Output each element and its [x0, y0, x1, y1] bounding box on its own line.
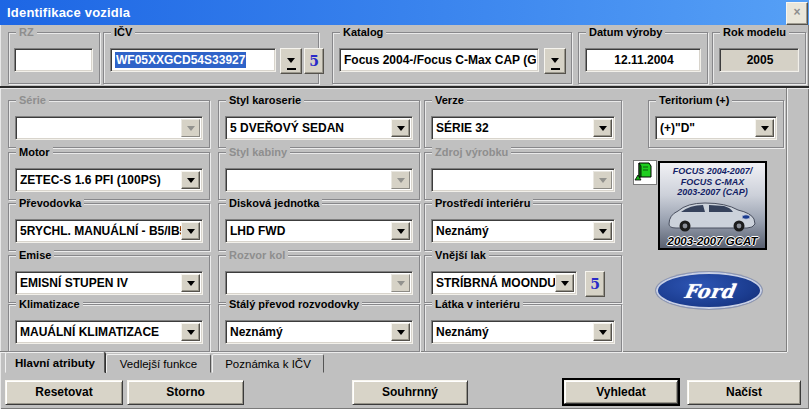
vnejsi-lak-combobox[interactable]: STRÍBRNÁ MOONDUST (I [431, 271, 577, 295]
klimatizace-label: Klimatizace [16, 298, 83, 311]
main-panel-right-edge [786, 88, 787, 352]
group-datum-vyroby: Datum výroby 12.11.2004 [578, 32, 708, 84]
prevodovka-value: 5RYCHL. MANUÁLNÍ - B5/IB5 [20, 222, 182, 240]
styl-karoserie-combobox[interactable]: 5 DVEŘOVÝ SEDAN [225, 116, 413, 140]
staly-prevod-value: Neznámý [230, 323, 392, 341]
group-zdroj-vyrobku: Zdroj výrobku [424, 152, 622, 200]
catalog-book-icon[interactable] [633, 160, 657, 185]
chevron-down-icon[interactable] [181, 323, 200, 341]
tab-hlavni-atributy[interactable]: Hlavní atributy [5, 352, 105, 373]
group-icv: IČV WF05XXGCD54S33927 5 [103, 32, 319, 84]
serie-value [20, 119, 182, 137]
storno-button[interactable]: Storno [127, 380, 244, 405]
vnejsi-lak-recall-button[interactable]: 5 [585, 271, 605, 297]
chevron-down-icon [593, 171, 612, 189]
styl-karoserie-label: Styl karoserie [226, 94, 304, 107]
icv-dropdown-button[interactable] [280, 48, 302, 74]
vehicle-image-caption: 2003-2007 GCAT [660, 235, 765, 247]
latka-v-interieru-value: Neznámý [436, 323, 594, 341]
teritorium-label: Teritorium (+) [656, 94, 732, 107]
resetovat-button[interactable]: Resetovat [5, 380, 123, 405]
vehicle-image-line2: FOCUS C-MAX [660, 177, 765, 188]
chevron-down-icon[interactable] [593, 119, 612, 137]
chevron-down-icon[interactable] [593, 323, 612, 341]
katalog-dropdown-button[interactable] [544, 48, 566, 74]
group-katalog: Katalog Focus 2004-/Focus C-Max CAP (GC [332, 32, 572, 84]
staly-prevod-label: Stálý převod rozvodovky [226, 298, 362, 311]
prostredi-interieru-combobox[interactable]: Neznámý [431, 219, 615, 243]
chevron-down-icon[interactable] [391, 119, 410, 137]
vyhledat-button[interactable]: Vyhledat [564, 380, 678, 404]
car-illustration [662, 197, 762, 233]
latka-v-interieru-combobox[interactable]: Neznámý [431, 320, 615, 344]
recall-history-icon: 5 [590, 277, 600, 291]
chevron-underline [551, 68, 560, 70]
datum-vyroby-label: Datum výroby [586, 26, 665, 39]
vnejsi-lak-label: Vnější lak [432, 249, 489, 262]
group-styl-kabiny: Styl kabiny [218, 152, 420, 200]
icv-label: IČV [111, 26, 135, 39]
rz-input[interactable] [14, 48, 93, 72]
chevron-down-icon[interactable] [181, 274, 200, 292]
chevron-down-icon[interactable] [593, 222, 612, 240]
diskova-jednotka-label: Disková jednotka [226, 197, 322, 210]
close-icon[interactable]: × [786, 2, 808, 25]
header-separator [0, 86, 809, 88]
rozvor-kol-value [230, 274, 392, 292]
styl-kabiny-label: Styl kabiny [226, 146, 290, 159]
chevron-down-icon [287, 58, 295, 67]
diskova-jednotka-combobox[interactable]: LHD FWD [225, 219, 413, 243]
group-prostredi-interieru: Prostředí interiéru Neznámý [424, 203, 622, 251]
icv-input[interactable]: WF05XXGCD54S33927 [110, 48, 276, 72]
chevron-underline [287, 68, 296, 70]
diskova-jednotka-value: LHD FWD [230, 222, 392, 240]
rozvor-kol-label: Rozvor kol [226, 249, 288, 262]
verze-combobox[interactable]: SÉRIE 32 [431, 116, 615, 140]
datum-vyroby-input[interactable]: 12.11.2004 [585, 48, 701, 72]
staly-prevod-combobox[interactable]: Neznámý [225, 320, 413, 344]
klimatizace-combobox[interactable]: MAUÁLNÍ KLIMATIZACE [15, 320, 203, 344]
zdroj-vyrobku-label: Zdroj výrobku [432, 146, 511, 159]
motor-value: ZETEC-S 1.6 PFI (100PS) [20, 171, 182, 189]
chevron-down-icon[interactable] [181, 171, 200, 189]
vehicle-catalog-image: FOCUS 2004-2007/ FOCUS C-MAX 2003-2007 (… [658, 161, 767, 250]
tab-vedlejsi-funkce[interactable]: Vedlejší funkce [106, 354, 211, 373]
verze-label: Verze [432, 94, 467, 107]
ford-logo-text: Ford [682, 280, 736, 302]
emise-value: EMISNÍ STUPEN IV [20, 274, 182, 292]
group-staly-prevod: Stálý převod rozvodovky Neznámý [218, 304, 420, 352]
vehicle-image-line3: 2003-2007 (CAP) [660, 187, 765, 198]
chevron-down-icon[interactable] [181, 222, 200, 240]
styl-kabiny-combobox [225, 168, 413, 192]
rz-value [19, 51, 90, 69]
styl-kabiny-value [230, 171, 392, 189]
motor-combobox[interactable]: ZETEC-S 1.6 PFI (100PS) [15, 168, 203, 192]
tab-label: Poznámka k IČV [225, 358, 311, 370]
styl-karoserie-value: 5 DVEŘOVÝ SEDAN [230, 119, 392, 137]
souhrnny-button[interactable]: Souhrnný [352, 380, 468, 405]
tab-poznamka-k-icv[interactable]: Poznámka k IČV [212, 354, 324, 373]
group-motor: Motor ZETEC-S 1.6 PFI (100PS) [8, 152, 210, 200]
title-bar: Identifikace vozidla × [0, 0, 809, 25]
nacist-button[interactable]: Načíst [687, 380, 801, 405]
motor-label: Motor [16, 146, 53, 159]
latka-v-interieru-label: Látka v interiéru [432, 298, 523, 311]
datum-vyroby-value: 12.11.2004 [590, 51, 698, 69]
chevron-down-icon [391, 274, 410, 292]
prostredi-interieru-label: Prostředí interiéru [432, 197, 533, 210]
teritorium-combobox[interactable]: (+)"D" [655, 116, 777, 140]
katalog-input[interactable]: Focus 2004-/Focus C-Max CAP (GC [339, 48, 539, 72]
chevron-down-icon[interactable] [555, 274, 574, 292]
icv-recall-button[interactable]: 5 [304, 48, 324, 74]
vnejsi-lak-value: STRÍBRNÁ MOONDUST (I [436, 274, 556, 292]
emise-combobox[interactable]: EMISNÍ STUPEN IV [15, 271, 203, 295]
serie-label: Série [16, 94, 49, 107]
chevron-down-icon[interactable] [755, 119, 774, 137]
chevron-down-icon[interactable] [391, 323, 410, 341]
group-rozvor-kol: Rozvor kol [218, 255, 420, 303]
rok-modelu-label: Rok modelu [720, 26, 789, 39]
group-latka-v-interieru: Látka v interiéru Neznámý [424, 304, 622, 352]
tab-label: Vedlejší funkce [120, 358, 197, 370]
prevodovka-combobox[interactable]: 5RYCHL. MANUÁLNÍ - B5/IB5 [15, 219, 203, 243]
chevron-down-icon[interactable] [391, 222, 410, 240]
